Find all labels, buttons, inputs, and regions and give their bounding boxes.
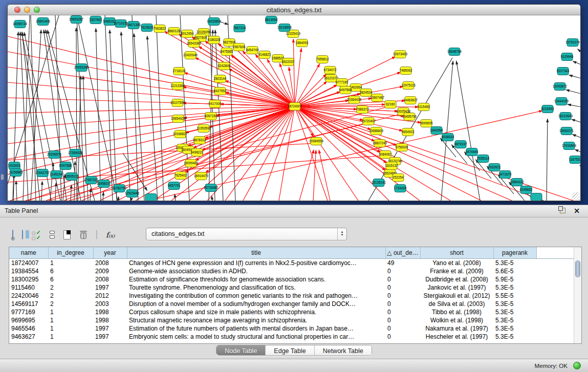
- graph-node[interactable]: 7986372: [356, 106, 369, 114]
- graph-node[interactable]: 7615526: [141, 24, 154, 32]
- graph-node[interactable]: 19166827: [173, 130, 188, 138]
- graph-node[interactable]: 12213364: [170, 82, 185, 90]
- graph-node[interactable]: 6734072: [324, 67, 337, 74]
- table-row[interactable]: 969969511998Structural magnetic resonanc…: [9, 316, 575, 324]
- table-cell[interactable]: 5.6E-5: [493, 267, 536, 275]
- graph-node[interactable]: 14463627: [403, 97, 418, 104]
- graph-node[interactable]: 11353593: [197, 125, 211, 133]
- graph-node[interactable]: 2967608: [233, 43, 246, 51]
- graph-node[interactable]: 16914479: [194, 172, 209, 180]
- graph-node[interactable]: 20891406: [36, 18, 51, 26]
- graph-node[interactable]: 252254: [393, 174, 404, 182]
- table-cell[interactable]: Corpus callosum shape and size in male p…: [127, 308, 385, 316]
- col-header-pagerank[interactable]: pagerank: [493, 247, 536, 258]
- graph-node[interactable]: 16210643: [558, 113, 573, 120]
- table-cell[interactable]: 1: [48, 324, 93, 333]
- graph-node[interactable]: [531, 193, 542, 201]
- graph-node[interactable]: 9245652: [520, 186, 533, 194]
- col-header-in-degree[interactable]: in_degree: [48, 247, 93, 258]
- graph-node[interactable]: 9756928: [396, 144, 408, 151]
- table-cell[interactable]: Investigating the contribution of common…: [127, 292, 385, 300]
- graph-node[interactable]: 17016504: [562, 142, 577, 150]
- graph-node[interactable]: 1167533: [569, 156, 580, 164]
- zoom-window-button[interactable]: [34, 7, 40, 13]
- graph-node[interactable]: 9474444: [466, 148, 478, 156]
- table-cell[interactable]: Changes of HCN gene expression and I(f) …: [127, 258, 385, 267]
- graph-node[interactable]: 18724007: [288, 103, 302, 111]
- table-cell[interactable]: 5.3E-5: [493, 324, 536, 333]
- graph-node[interactable]: 7955812: [316, 56, 329, 63]
- tab-node-table[interactable]: Node Table: [216, 345, 266, 356]
- table-scrollbar-thumb[interactable]: [575, 260, 580, 277]
- graph-node[interactable]: 8186328: [208, 36, 221, 44]
- graph-node[interactable]: 9654923: [402, 128, 415, 136]
- graph-node[interactable]: 14055724: [13, 20, 28, 28]
- table-row[interactable]: 946362711997Embryonic stem cells: a mode…: [9, 333, 575, 341]
- table-cell[interactable]: Wolkin et al. (1998): [420, 316, 493, 324]
- graph-node[interactable]: 1640954: [430, 127, 443, 135]
- table-row[interactable]: 1456911722003Disruption of a novel membe…: [9, 300, 575, 308]
- table-cell[interactable]: 2: [48, 283, 93, 292]
- selection-mode-button[interactable]: ✓✓: [32, 230, 41, 239]
- table-cell[interactable]: 5.3E-5: [493, 300, 536, 308]
- graph-node[interactable]: 1145194: [50, 171, 63, 179]
- graph-node[interactable]: 6522037: [282, 58, 295, 66]
- table-cell[interactable]: Stergiakouli et al. (2012): [420, 292, 493, 300]
- table-cell[interactable]: 5.3E-5: [493, 333, 536, 341]
- graph-node[interactable]: 10653287: [69, 16, 84, 24]
- table-cell[interactable]: 19384554: [9, 267, 48, 275]
- graph-node[interactable]: 22420046: [183, 52, 198, 59]
- graph-node[interactable]: 7857224: [233, 25, 246, 32]
- table-cell[interactable]: 2012: [93, 292, 127, 300]
- graph-node[interactable]: 16099463: [184, 160, 199, 167]
- col-header-title[interactable]: title: [127, 247, 385, 258]
- table-row[interactable]: 977716911998Corpus callosum shape and si…: [9, 308, 575, 316]
- table-cell[interactable]: 1: [48, 308, 93, 316]
- graph-node[interactable]: 16495796: [402, 113, 417, 121]
- table-cell[interactable]: 5.5E-5: [493, 292, 536, 300]
- graph-node[interactable]: 9097588: [59, 162, 72, 170]
- table-cell[interactable]: 18300295: [9, 275, 48, 283]
- show-columns-button[interactable]: [22, 230, 23, 239]
- float-panel-icon[interactable]: [560, 208, 565, 213]
- table-cell[interactable]: 1997: [93, 333, 127, 341]
- graph-node[interactable]: 15135141: [372, 179, 386, 187]
- table-cell[interactable]: 2: [48, 292, 93, 300]
- table-cell[interactable]: de Silva et al. (2003): [420, 300, 493, 308]
- table-cell[interactable]: Nakamura et al. (1997): [420, 324, 493, 333]
- graph-node[interactable]: 1527602: [90, 16, 102, 24]
- function-builder-button[interactable]: f(x): [106, 231, 115, 239]
- graph-node[interactable]: 16648784: [447, 48, 462, 56]
- table-cell[interactable]: Estimation of the future numbers of pati…: [127, 324, 385, 333]
- graph-node[interactable]: 17359928: [68, 149, 83, 157]
- table-cell[interactable]: 2009: [93, 267, 127, 275]
- graph-node[interactable]: 9227343: [557, 68, 570, 75]
- graph-node[interactable]: 1733426: [394, 185, 407, 192]
- table-cell[interactable]: 1998: [93, 316, 127, 324]
- table-settings-button[interactable]: ⚙: [12, 230, 13, 239]
- graph-node[interactable]: 11156883: [9, 169, 23, 177]
- graph-node[interactable]: 9129946: [561, 53, 574, 61]
- table-cell[interactable]: Yano et al. (2008): [420, 258, 493, 267]
- graph-node[interactable]: 8454749: [246, 47, 259, 54]
- table-cell[interactable]: 2008: [93, 275, 127, 283]
- table-cell[interactable]: 5.3E-5: [493, 283, 536, 292]
- table-cell[interactable]: Tourette syndrome. Phenomenology and cla…: [127, 283, 385, 292]
- col-header-name[interactable]: name: [9, 247, 48, 258]
- new-table-button[interactable]: [63, 230, 71, 239]
- network-table-select[interactable]: citations_edges.txt ▲▼: [146, 228, 347, 240]
- table-cell[interactable]: 9463627: [9, 333, 48, 341]
- graph-node[interactable]: 12444159: [554, 98, 569, 105]
- graph-node[interactable]: 18807243: [373, 140, 387, 147]
- graph-node[interactable]: 12942757: [35, 169, 50, 177]
- table-cell[interactable]: Structural magnetic resonance image aver…: [127, 316, 385, 324]
- graph-node[interactable]: 8471670: [499, 171, 512, 179]
- panel-resize-handle[interactable]: [1, 174, 4, 180]
- graph-node[interactable]: 10654112: [510, 179, 524, 186]
- table-cell[interactable]: 1: [48, 258, 93, 267]
- table-cell[interactable]: 0: [385, 292, 420, 300]
- graph-node[interactable]: 9115460: [418, 103, 430, 111]
- graph-node[interactable]: 12923448: [125, 190, 140, 198]
- table-cell[interactable]: 49: [385, 258, 420, 267]
- graph-node[interactable]: 2935114: [477, 155, 490, 163]
